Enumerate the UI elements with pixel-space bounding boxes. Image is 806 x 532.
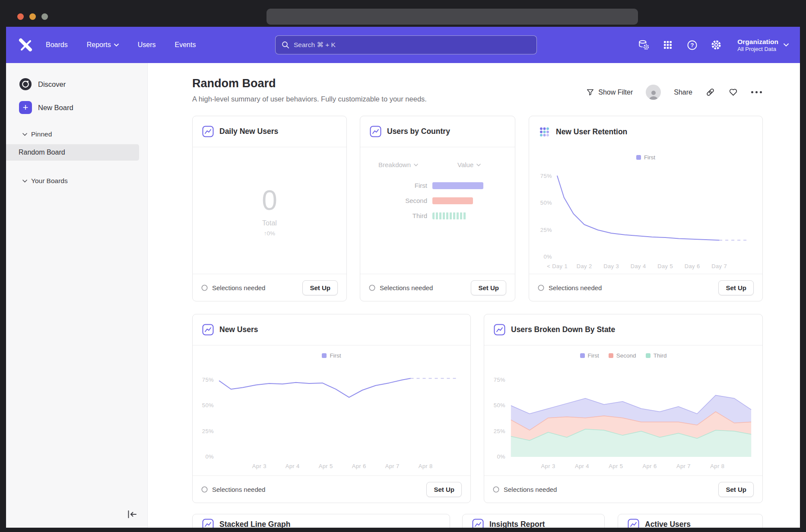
- svg-text:Day 7: Day 7: [711, 263, 727, 269]
- svg-text:Day 6: Day 6: [685, 263, 700, 269]
- selections-needed-status: Selections needed: [201, 284, 265, 291]
- chart-legend: FirstSecondThird: [484, 352, 762, 359]
- share-button[interactable]: Share: [674, 89, 692, 96]
- card-title: New User Retention: [556, 127, 627, 136]
- zoom-button[interactable]: [41, 13, 48, 20]
- search-icon: [282, 41, 289, 49]
- legend-item-first[interactable]: First: [580, 352, 599, 359]
- legend-item-third[interactable]: Third: [646, 352, 667, 359]
- bar-fill: [432, 212, 466, 219]
- nav-item-boards[interactable]: Boards: [46, 41, 68, 49]
- top-nav: Boards Reports Users Events: [6, 27, 800, 63]
- value-dropdown[interactable]: Value: [457, 161, 481, 168]
- top-nav-right: ? Organization All Project Data: [638, 27, 789, 63]
- metric-label: Total: [262, 219, 277, 227]
- sidebar-item-label: Discover: [38, 80, 66, 89]
- svg-text:Day 5: Day 5: [657, 263, 673, 269]
- plus-icon: +: [19, 101, 32, 114]
- org-name: Organization: [737, 38, 778, 46]
- svg-text:0%: 0%: [543, 253, 552, 260]
- chevron-down-icon: [476, 164, 481, 166]
- svg-text:Day 4: Day 4: [631, 263, 646, 269]
- more-menu-icon[interactable]: [751, 91, 762, 93]
- sidebar-section-your-boards[interactable]: Your Boards: [22, 177, 68, 185]
- sidebar-section-pinned[interactable]: Pinned: [22, 130, 52, 138]
- selections-needed-status: Selections needed: [369, 284, 433, 291]
- primary-nav: Boards Reports Users Events: [46, 27, 196, 63]
- line-chart-icon: [472, 519, 484, 528]
- apps-grid-icon[interactable]: [662, 39, 673, 51]
- card-title: Insights Report: [489, 519, 545, 528]
- chevron-down-icon: [22, 133, 27, 136]
- sidebar: Discover + New Board Pinned Random Board…: [6, 63, 148, 528]
- legend-chip: [322, 353, 327, 358]
- browser-address-bar[interactable]: [267, 9, 638, 25]
- chevron-down-icon: [784, 43, 789, 47]
- copy-link-icon[interactable]: [705, 87, 715, 97]
- card-insights-report: Insights Report: [462, 514, 605, 528]
- browser-titlebar: [0, 0, 806, 27]
- svg-text:75%: 75%: [202, 377, 214, 383]
- radio-circle-icon: [538, 285, 544, 291]
- set-up-button[interactable]: Set Up: [426, 482, 462, 497]
- board-main: Random Board A high-level summary of use…: [148, 63, 800, 528]
- svg-text:25%: 25%: [540, 227, 552, 233]
- favorite-heart-icon[interactable]: [728, 87, 738, 97]
- set-up-button[interactable]: Set Up: [718, 482, 754, 497]
- legend-item-second[interactable]: Second: [609, 352, 636, 359]
- metric-value: 0: [262, 184, 277, 216]
- svg-text:Apr 3: Apr 3: [541, 463, 555, 469]
- breakdown-dropdown[interactable]: Breakdown: [378, 161, 418, 168]
- sidebar-collapse-button[interactable]: [127, 510, 138, 521]
- svg-text:Apr 7: Apr 7: [676, 463, 691, 469]
- global-search: [275, 35, 537, 54]
- svg-text:25%: 25%: [202, 428, 214, 434]
- line-chart-icon: [202, 324, 214, 336]
- legend-chip: [636, 155, 641, 160]
- selections-needed-status: Selections needed: [201, 486, 265, 493]
- nav-item-events[interactable]: Events: [175, 41, 196, 49]
- set-up-button[interactable]: Set Up: [718, 280, 754, 295]
- sidebar-item-new-board[interactable]: + New Board: [19, 101, 73, 114]
- radio-circle-icon: [493, 486, 499, 493]
- set-up-button[interactable]: Set Up: [302, 280, 338, 295]
- nav-item-reports[interactable]: Reports: [87, 41, 119, 49]
- minimize-button[interactable]: [29, 13, 36, 20]
- svg-text:75%: 75%: [540, 173, 552, 179]
- org-switcher[interactable]: Organization All Project Data: [737, 38, 789, 52]
- chevron-down-icon: [22, 180, 27, 183]
- card-new-users: New Users First 0%25%50%75%Apr 3Apr 4Apr…: [192, 314, 471, 503]
- data-management-icon[interactable]: [638, 39, 649, 51]
- svg-text:Apr 6: Apr 6: [643, 463, 657, 469]
- metric-delta: ↑0%: [264, 230, 275, 237]
- legend-chip: [646, 353, 651, 358]
- legend-item-first[interactable]: First: [322, 352, 341, 359]
- settings-gear-icon[interactable]: [711, 39, 722, 51]
- avatar[interactable]: [646, 85, 661, 100]
- svg-text:Apr 3: Apr 3: [252, 463, 267, 469]
- nav-item-users[interactable]: Users: [138, 41, 156, 49]
- svg-text:?: ?: [690, 42, 694, 48]
- svg-text:50%: 50%: [494, 402, 505, 408]
- line-chart-icon: [202, 519, 214, 528]
- card-daily-new-users: Daily New Users 0 Total ↑0% Selections n…: [192, 116, 347, 301]
- close-button[interactable]: [17, 13, 24, 20]
- help-icon[interactable]: ?: [686, 39, 698, 51]
- board-actions: Show Filter Share: [586, 85, 762, 100]
- radio-circle-icon: [201, 285, 208, 291]
- card-active-users: Active Users: [618, 514, 763, 528]
- legend-item-first[interactable]: First: [636, 154, 655, 161]
- set-up-button[interactable]: Set Up: [471, 280, 506, 295]
- chevron-down-icon: [114, 44, 119, 47]
- card-users-by-state: Users Broken Down By State FirstSecondTh…: [484, 314, 763, 503]
- traffic-lights: [17, 13, 48, 20]
- chevron-down-icon: [414, 164, 418, 166]
- search-input[interactable]: [294, 41, 530, 49]
- org-project: All Project Data: [737, 46, 778, 52]
- show-filter-button[interactable]: Show Filter: [586, 88, 633, 96]
- mixpanel-logo[interactable]: [18, 38, 33, 54]
- sidebar-board-random-board[interactable]: Random Board: [6, 144, 139, 161]
- svg-text:Apr 5: Apr 5: [609, 463, 623, 469]
- svg-text:Apr 8: Apr 8: [419, 463, 433, 469]
- sidebar-item-discover[interactable]: Discover: [19, 78, 66, 91]
